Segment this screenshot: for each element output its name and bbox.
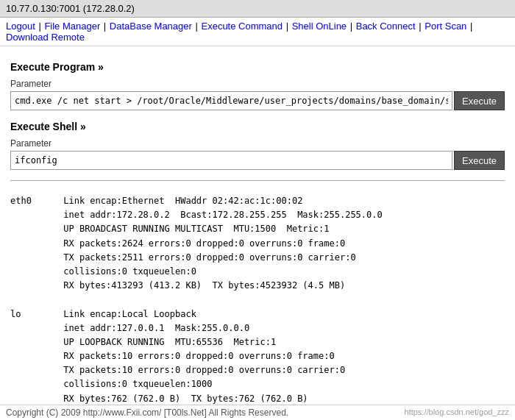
nav-shell-online[interactable]: Shell OnLine <box>292 21 347 32</box>
main-content: Execute Program » Parameter Execute Exec… <box>0 46 515 416</box>
output-area: eth0 Link encap:Ethernet HWaddr 02:42:ac… <box>10 191 505 409</box>
title-text: 10.77.0.130:7001 (172.28.0.2) <box>6 3 135 14</box>
title-bar: 10.77.0.130:7001 (172.28.0.2) <box>0 0 515 18</box>
nav-port-scan[interactable]: Port Scan <box>425 21 466 32</box>
section-divider <box>10 180 505 181</box>
footer-copyright: Copyright (C) 2009 http://www.Fxii.com/ … <box>6 407 288 416</box>
nav-database-manager[interactable]: DataBase Manager <box>110 21 192 32</box>
execute-shell-input-row: Execute <box>10 151 505 170</box>
execute-shell-input[interactable] <box>10 151 452 170</box>
execute-program-title: Execute Program » <box>10 61 505 73</box>
execute-program-button[interactable]: Execute <box>454 91 505 110</box>
footer: Copyright (C) 2009 http://www.Fxii.com/ … <box>0 405 515 416</box>
nav-logout[interactable]: Logout <box>6 21 35 32</box>
nav-file-manager[interactable]: File Manager <box>44 21 100 32</box>
execute-program-param-label: Parameter <box>10 79 505 89</box>
execute-shell-param-label: Parameter <box>10 138 505 149</box>
execute-program-input[interactable] <box>10 91 452 110</box>
nav-bar: Logout | File Manager | DataBase Manager… <box>0 18 515 46</box>
nav-download-remote[interactable]: Download Remote <box>6 32 85 43</box>
execute-program-input-row: Execute <box>10 91 505 110</box>
execute-shell-title: Execute Shell » <box>10 121 505 132</box>
execute-shell-button[interactable]: Execute <box>454 151 505 170</box>
nav-back-connect[interactable]: Back Connect <box>356 21 416 32</box>
footer-watermark: https://blog.csdn.net/god_zzz <box>405 407 509 416</box>
nav-execute-command[interactable]: Execute Command <box>201 21 283 32</box>
